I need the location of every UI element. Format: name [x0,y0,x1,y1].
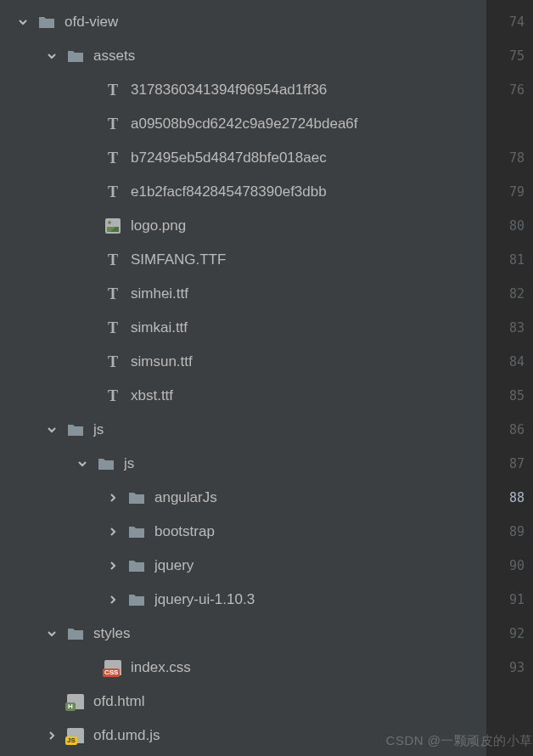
folder-label: bootstrap [154,523,215,540]
file-label: logo.png [131,217,186,234]
folder-icon [127,556,146,575]
file-tree-panel: ofd-view assets T 3178360341394f96954ad1… [0,0,486,756]
file-label: simkai.ttf [131,319,188,336]
file-label: b72495eb5d4847d8bfe018aec [131,150,327,166]
folder-icon [66,420,85,439]
tree-folder-bootstrap[interactable]: bootstrap [0,515,486,549]
tree-file-font[interactable]: T xbst.ttf [0,379,486,413]
folder-label: assets [93,48,135,65]
tree-file-font[interactable]: T simsun.ttf [0,345,486,379]
folder-icon [127,522,146,541]
font-file-icon: T [104,149,122,167]
js-file-icon: JS [66,726,85,745]
font-file-icon: T [104,251,122,269]
folder-label: jquery [154,557,194,574]
font-file-icon: T [104,115,122,133]
chevron-down-icon [44,422,59,437]
line-number: 80 [486,209,525,243]
line-number-gutter: 74 75 76 78 79 80 81 82 83 84 85 86 87 8… [486,0,533,756]
line-number [486,107,525,141]
line-number: 87 [486,447,525,481]
tree-folder-js[interactable]: js [0,413,486,447]
line-number: 93 [486,651,525,685]
tree-folder-ofd-view[interactable]: ofd-view [0,5,486,39]
tree-folder-angularjs[interactable]: angularJs [0,481,486,515]
folder-icon [66,47,85,65]
html-file-icon: H [66,692,85,711]
tree-file-font[interactable]: T simkai.ttf [0,311,486,345]
line-number: 82 [486,277,525,311]
line-number: 75 [486,39,525,73]
chevron-right-icon [44,728,59,743]
tree-folder-jquery-ui[interactable]: jquery-ui-1.10.3 [0,583,486,617]
tree-file-html[interactable]: H ofd.html [0,685,486,719]
font-file-icon: T [104,319,122,337]
image-file-icon [104,217,122,235]
line-number: 84 [486,345,525,379]
tree-file-font[interactable]: T 3178360341394f96954ad1ff36 [0,73,486,107]
folder-label: styles [93,625,130,642]
chevron-right-icon [105,558,121,573]
font-file-icon: T [104,183,122,201]
tree-file-font[interactable]: T b72495eb5d4847d8bfe018aec [0,141,486,175]
file-label: SIMFANG.TTF [131,251,226,268]
font-file-icon: T [104,353,122,371]
line-number [486,685,525,719]
chevron-down-icon [44,626,59,641]
line-number: 78 [486,141,525,175]
file-label: ofd.html [93,693,144,710]
chevron-right-icon [105,490,121,505]
folder-icon [127,488,146,507]
font-file-icon: T [104,81,122,99]
file-label: ofd.umd.js [93,727,160,744]
chevron-down-icon [75,456,90,471]
tree-file-font[interactable]: T e1b2facf842845478390ef3dbb [0,175,486,209]
line-number: 86 [486,413,525,447]
tree-file-font[interactable]: T SIMFANG.TTF [0,243,486,277]
chevron-down-icon [15,14,31,30]
line-number: 88 [486,481,525,515]
file-label: index.css [131,659,191,676]
line-number: 91 [486,583,525,617]
css-file-icon: CSS [104,658,122,677]
tree-file-font[interactable]: T simhei.ttf [0,277,486,311]
tree-folder-styles[interactable]: styles [0,617,486,651]
line-number: 74 [486,5,525,39]
file-label: e1b2facf842845478390ef3dbb [131,183,327,200]
file-label: xbst.ttf [131,387,173,404]
folder-label: angularJs [154,489,217,506]
line-number: 90 [486,549,525,583]
chevron-right-icon [105,592,121,607]
font-file-icon: T [104,285,122,303]
file-label: 3178360341394f96954ad1ff36 [131,82,327,99]
tree-file-css[interactable]: CSS index.css [0,651,486,685]
line-number: 81 [486,243,525,277]
tree-folder-jquery[interactable]: jquery [0,549,486,583]
line-number: 89 [486,515,525,549]
font-file-icon: T [104,386,122,405]
line-number: 85 [486,379,525,413]
folder-label: ofd-view [65,14,118,31]
file-label: simsun.ttf [131,353,193,370]
tree-file-image[interactable]: logo.png [0,209,486,243]
file-label: simhei.ttf [131,285,188,302]
tree-folder-js-inner[interactable]: js [0,447,486,481]
folder-label: js [93,421,104,438]
folder-label: js [124,455,134,472]
folder-icon [97,454,115,473]
line-number: 92 [486,617,525,651]
line-number: 79 [486,175,525,209]
chevron-right-icon [105,524,121,539]
line-number: 83 [486,311,525,345]
tree-file-font[interactable]: T a09508b9cd6242c9a9e2724bdea6f [0,107,486,141]
line-number: 76 [486,73,525,107]
folder-icon [37,13,56,31]
folder-icon [66,624,85,643]
tree-folder-assets[interactable]: assets [0,39,486,73]
chevron-down-icon [44,48,59,64]
file-label: a09508b9cd6242c9a9e2724bdea6f [131,116,358,133]
tree-file-js[interactable]: JS ofd.umd.js [0,719,486,753]
folder-label: jquery-ui-1.10.3 [154,591,255,608]
folder-icon [127,590,146,609]
